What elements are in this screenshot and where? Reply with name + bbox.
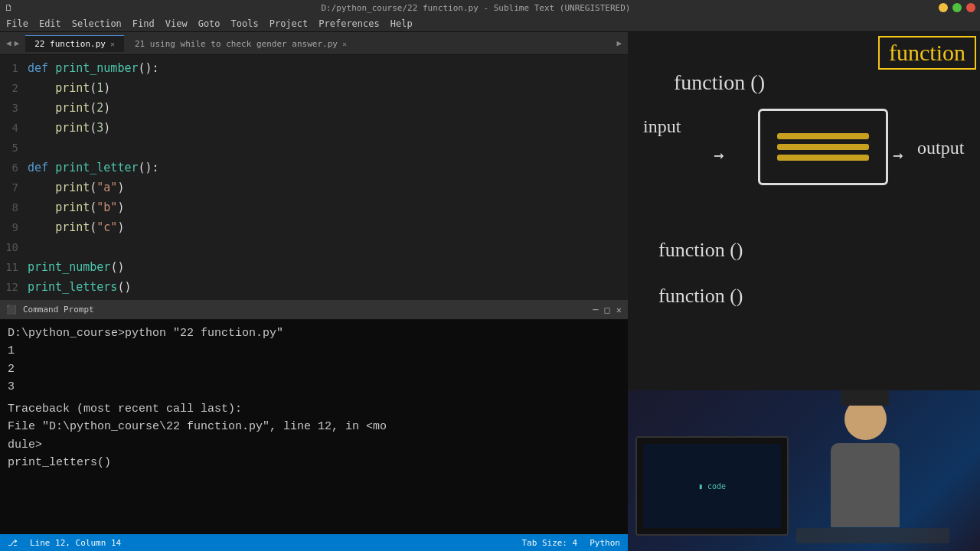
menu-project[interactable]: Project	[270, 18, 309, 29]
terminal-traceback-2: File "D:\python_course\22 function.py", …	[8, 418, 620, 435]
app-icon: 🗋	[5, 3, 13, 13]
menu-find[interactable]: Find	[132, 18, 155, 29]
tab-close-2[interactable]: ✕	[342, 40, 347, 48]
status-line-col: Line 12, Column 14	[30, 538, 121, 548]
window-title-bar: 🗋 D:/python_course/22 function.py - Subl…	[0, 0, 980, 15]
desk-monitor: ▮ code	[635, 436, 789, 536]
status-language: Python	[590, 538, 620, 548]
terminal-title: Command Prompt	[23, 305, 586, 315]
menu-goto[interactable]: Goto	[198, 18, 220, 29]
left-panel: ◀ ▶ 22 function.py ✕ 21 using while to c…	[0, 32, 628, 551]
person-body	[831, 443, 900, 527]
code-line-12: 12 print_letters()	[0, 277, 628, 297]
webcam-placeholder: ▮ code	[628, 390, 980, 551]
terminal-traceback-4: print_letters()	[8, 454, 620, 471]
terminal-body[interactable]: D:\python_course>python "22 function.py"…	[0, 320, 628, 534]
tab-close-1[interactable]: ✕	[110, 40, 115, 48]
terminal-traceback-1: Traceback (most recent call last):	[8, 400, 620, 418]
code-line-3: 3 print(2)	[0, 98, 628, 118]
window-controls	[939, 3, 975, 12]
terminal-output-3: 3	[8, 378, 620, 396]
tab-scroll-right[interactable]: ▶	[616, 38, 622, 48]
menu-edit[interactable]: Edit	[39, 18, 61, 29]
board-input-label: input	[643, 116, 681, 137]
terminal-close[interactable]: ✕	[616, 305, 622, 315]
menu-file[interactable]: File	[6, 18, 28, 29]
box-line-1	[777, 133, 869, 139]
board-output-label: output	[917, 138, 964, 158]
box-line-3	[777, 155, 869, 161]
code-line-11: 11 print_number()	[0, 257, 628, 277]
code-line-7: 7 print("a")	[0, 178, 628, 197]
board-function-box	[758, 109, 888, 185]
status-bar: ⎇ Line 12, Column 14 Tab Size: 4 Python	[0, 534, 628, 551]
menu-view[interactable]: View	[165, 18, 188, 29]
webcam-area: ▮ code	[628, 390, 980, 551]
code-editor[interactable]: 1 def print_number(): 2 print(1) 3 print…	[0, 55, 628, 300]
tab-gender-py[interactable]: 21 using while to check gender answer.py…	[126, 35, 356, 52]
terminal-minimize[interactable]: ─	[593, 305, 598, 315]
status-tab-size: Tab Size: 4	[521, 538, 577, 548]
code-line-1: 1 def print_number():	[0, 58, 628, 78]
menu-help[interactable]: Help	[390, 18, 413, 29]
window-title: D:/python_course/22 function.py - Sublim…	[22, 3, 929, 13]
maximize-button[interactable]	[952, 3, 962, 12]
desk-monitor-screen: ▮ code	[643, 444, 781, 528]
function-title-box: function	[878, 36, 976, 70]
person-head	[844, 398, 887, 440]
board-fn-call-1: function ()	[658, 239, 743, 262]
board-arrow-in: →	[714, 145, 724, 165]
status-branch: ⎇	[8, 538, 18, 548]
board-fn-call-2: function ()	[658, 285, 743, 308]
menu-preferences[interactable]: Preferences	[318, 18, 379, 29]
menu-selection[interactable]: Selection	[72, 18, 122, 29]
terminal-output-1: 1	[8, 342, 620, 360]
terminal-icon: ⬛	[6, 305, 17, 315]
board-fn-call-top: function ()	[674, 70, 765, 95]
editor-topbar: ◀ ▶ 22 function.py ✕ 21 using while to c…	[0, 32, 628, 55]
code-line-8: 8 print("b")	[0, 197, 628, 217]
terminal-command: D:\python_course>python "22 function.py"	[8, 324, 620, 342]
keyboard-suggestion	[796, 528, 949, 543]
terminal-traceback-3: dule>	[8, 436, 620, 454]
minimize-button[interactable]	[939, 3, 948, 12]
menu-tools[interactable]: Tools	[231, 18, 259, 29]
code-line-4: 4 print(3)	[0, 118, 628, 138]
close-button[interactable]	[966, 3, 975, 12]
right-panel: function function () input → → output fu…	[628, 32, 980, 551]
tab-label-2: 21 using while to check gender answer.py	[135, 39, 338, 49]
code-line-9: 9 print("c")	[0, 217, 628, 237]
code-line-5: 5	[0, 138, 628, 158]
box-line-2	[777, 144, 869, 150]
status-right: Tab Size: 4 Python	[521, 538, 620, 548]
code-line-2: 2 print(1)	[0, 78, 628, 98]
person-cap	[841, 390, 889, 406]
nav-arrows: ◀ ▶	[6, 38, 19, 48]
blackboard: function function () input → → output fu…	[628, 32, 980, 390]
terminal-output-2: 2	[8, 360, 620, 378]
code-line-6: 6 def print_letter():	[0, 158, 628, 178]
terminal-maximize[interactable]: □	[605, 305, 610, 315]
back-arrow[interactable]: ◀	[6, 38, 11, 48]
tab-bar: 22 function.py ✕ 21 using while to check…	[25, 35, 616, 52]
board-arrow-out: →	[893, 145, 903, 165]
terminal-bar: ⬛ Command Prompt ─ □ ✕	[0, 300, 628, 320]
code-line-10: 10	[0, 237, 628, 257]
forward-arrow[interactable]: ▶	[15, 38, 20, 48]
tab-label-1: 22 function.py	[34, 39, 106, 49]
menu-bar: File Edit Selection Find View Goto Tools…	[0, 15, 980, 32]
main-area: ◀ ▶ 22 function.py ✕ 21 using while to c…	[0, 32, 980, 551]
tab-function-py[interactable]: 22 function.py ✕	[25, 35, 124, 52]
